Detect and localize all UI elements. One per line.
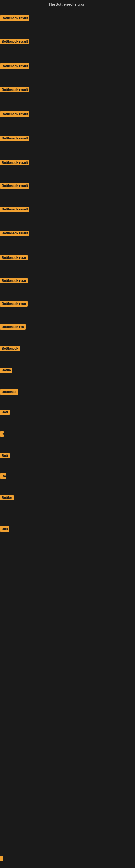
bottleneck-result-item: Bottleneck result bbox=[0, 112, 30, 118]
bottleneck-badge: Bott bbox=[0, 453, 10, 458]
bottleneck-badge: Bottleneck result bbox=[0, 207, 30, 212]
bottleneck-badge: Bottlenec bbox=[0, 389, 18, 395]
bottleneck-result-item: Bottleneck result bbox=[0, 183, 30, 190]
bottleneck-badge: Bottleneck result bbox=[0, 63, 30, 69]
bottleneck-badge: Bottleneck resu bbox=[0, 255, 28, 260]
bottleneck-badge: Bottleneck result bbox=[0, 160, 30, 165]
bottleneck-result-item: Bottleneck resu bbox=[0, 301, 28, 308]
bottleneck-badge: Bottleneck result bbox=[0, 135, 30, 141]
bottleneck-badge: Bottleneck bbox=[0, 346, 20, 351]
bottleneck-badge: Bottleneck res bbox=[0, 324, 26, 330]
bottleneck-result-item: Bo bbox=[0, 473, 6, 480]
bottleneck-result-item: Bottleneck res bbox=[0, 324, 26, 331]
bottleneck-result-item: Bottleneck result bbox=[0, 230, 30, 237]
bottleneck-badge: Bo bbox=[0, 473, 6, 479]
bottleneck-badge: Bottleneck result bbox=[0, 230, 30, 236]
bottleneck-result-item: Bottler bbox=[0, 495, 14, 501]
bottleneck-badge: Bottleneck resu bbox=[0, 278, 28, 283]
bottleneck-result-item: Bolt bbox=[0, 526, 9, 533]
site-title: TheBottlenecker.com bbox=[0, 0, 135, 9]
bottleneck-badge: Bottleneck result bbox=[0, 39, 30, 44]
bottleneck-badge: Bottleneck resu bbox=[0, 301, 28, 307]
bottleneck-result-item: Bottleneck result bbox=[0, 87, 30, 94]
bottleneck-badge: Bottleneck result bbox=[0, 16, 30, 21]
bottleneck-badge: B bbox=[0, 431, 4, 437]
bottleneck-badge: Bottle bbox=[0, 368, 12, 373]
bottleneck-badge: Bottleneck result bbox=[0, 183, 30, 188]
bottleneck-badge: | bbox=[0, 856, 3, 861]
bottleneck-result-item: | bbox=[0, 856, 3, 862]
bottleneck-result-item: Bottleneck result bbox=[0, 207, 30, 213]
bottleneck-result-item: Bottleneck result bbox=[0, 39, 30, 45]
bottleneck-result-item: B bbox=[0, 431, 4, 438]
bottleneck-result-item: Bottleneck bbox=[0, 346, 20, 352]
bottleneck-result-item: Bottleneck result bbox=[0, 16, 30, 22]
bottleneck-badge: Bott bbox=[0, 410, 10, 415]
bottleneck-result-item: Bottleneck resu bbox=[0, 255, 28, 261]
bottleneck-badge: Bottleneck result bbox=[0, 112, 30, 117]
bottleneck-result-item: Bott bbox=[0, 410, 10, 416]
bottleneck-result-item: Bottleneck result bbox=[0, 63, 30, 70]
bottleneck-result-item: Bottleneck resu bbox=[0, 278, 28, 284]
bottleneck-badge: Bottleneck result bbox=[0, 87, 30, 93]
bottleneck-result-item: Bott bbox=[0, 453, 10, 460]
bottleneck-result-item: Bottle bbox=[0, 368, 12, 374]
bottleneck-result-item: Bottlenec bbox=[0, 389, 18, 396]
bottleneck-badge: Bolt bbox=[0, 526, 9, 532]
bottleneck-badge: Bottler bbox=[0, 495, 14, 500]
bottleneck-result-item: Bottleneck result bbox=[0, 160, 30, 166]
bottleneck-result-item: Bottleneck result bbox=[0, 135, 30, 142]
